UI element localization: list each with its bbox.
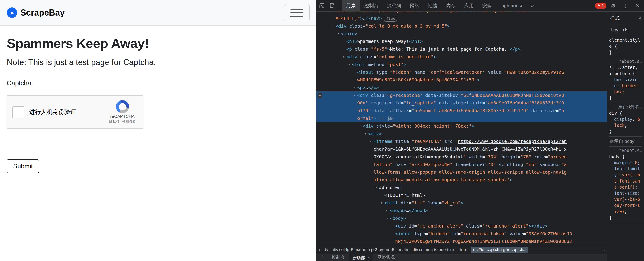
devtools-tab-elements[interactable]: 元素: [342, 0, 360, 11]
dom-tree-line[interactable]: <input type="hidden" name="csrfmiddlewar…: [316, 68, 607, 76]
dom-tree-line[interactable]: ation allow-modals allow-popups-to-escap…: [316, 176, 607, 184]
chevron-down-icon[interactable]: ▾: [380, 199, 384, 207]
chevron-right-icon[interactable]: ▸: [352, 84, 357, 91]
chevron-down-icon[interactable]: ▾: [330, 22, 335, 30]
dom-tree-line[interactable]: ▾<div class="column is-one-third">: [316, 53, 607, 61]
breadcrumb-back-icon[interactable]: ‹: [317, 247, 322, 252]
chevron-down-icon[interactable]: ▾: [358, 122, 362, 130]
dom-tree-line[interactable]: <!DOCTYPE html>: [316, 191, 607, 199]
devtools-tab-console[interactable]: 控制台: [360, 0, 383, 11]
chevron-right-icon[interactable]: ▸: [385, 207, 389, 214]
dom-tree-line[interactable]: ▾<div class="col-lg-8 mx-auto p-3 py-md-…: [316, 22, 607, 30]
chevron-down-icon[interactable]: ▾: [385, 214, 389, 222]
breadcrumb-item[interactable]: div#id_captcha.g-recaptcha: [471, 246, 528, 253]
brand[interactable]: ▶ ScrapeBay: [7, 8, 65, 18]
dom-tree-line[interactable]: <input type="hidden" id="recaptcha-token…: [316, 230, 607, 237]
recaptcha-terms-links[interactable]: 隐私权 - 使用条款: [109, 120, 136, 124]
styles-more-tabs-icon[interactable]: »: [638, 15, 641, 21]
close-icon[interactable]: ×: [368, 255, 370, 260]
dom-tree-line[interactable]: ormal"> == $0: [316, 114, 607, 122]
submit-button[interactable]: Submit: [7, 159, 39, 173]
brand-name[interactable]: ScrapeBay: [20, 8, 65, 18]
dom-tree-line[interactable]: ⋯▾<div class="g-recaptcha" data-sitekey=…: [316, 91, 607, 99]
dom-tree-line[interactable]: ▾<body>: [316, 214, 607, 222]
tab-styles[interactable]: 样式: [610, 15, 620, 21]
css-property[interactable]: font-size: var(--bs-body-font-size);: [609, 190, 642, 215]
stylesheet-origin-link[interactable]: _reboot.s…: [609, 58, 642, 65]
close-devtools-button[interactable]: ✕: [632, 3, 643, 9]
dom-tree-line[interactable]: <h1>Spammers Keep Away!</h1>: [316, 38, 607, 45]
stylesheet-origin-link[interactable]: _reboot.s…: [609, 147, 642, 154]
dom-tree-line[interactable]: tation" name="a-ki40xiqnzb4e" frameborde…: [316, 161, 607, 168]
dom-tree-line[interactable]: ▸<p>…</p>: [316, 84, 607, 91]
breadcrumb-item[interactable]: main: [396, 246, 410, 253]
drawer-menu-icon[interactable]: ⋮: [318, 254, 327, 260]
breadcrumb-forward-icon[interactable]: ›: [602, 247, 606, 252]
css-selector[interactable]: body {: [609, 154, 642, 160]
dom-tree-line[interactable]: ▾<form method="post">: [316, 61, 607, 68]
dom-tree-line[interactable]: OX0GC&size=normal&cb=oogqo5s4utxt" width…: [316, 153, 607, 161]
breadcrumb-item[interactable]: div.col-lg-8.mx-auto.p-3.py-md-5: [330, 246, 396, 253]
attribute-link[interactable]: https://www.google.com/recaptcha/api2/an: [458, 139, 567, 144]
devtools-tab-lighthouse[interactable]: Lighthouse: [496, 0, 528, 11]
toggle-hover-state-button[interactable]: :hov: [610, 27, 618, 32]
css-selector[interactable]: element.style {: [609, 37, 642, 49]
dom-tree-line[interactable]: wM0dJG8W9c5R2XiB0Ki699qKdkgzfBpi8G7SAtSJ…: [316, 76, 607, 84]
dom-tree-line[interactable]: <div id="rc-anchor-alert" class="rc-anch…: [316, 222, 607, 230]
dom-tree-line[interactable]: chor?ar=1&k=6LfGNEoeAAAAALUsU…NvbTo0NDM.…: [316, 145, 607, 153]
settings-button[interactable]: ⚙: [608, 3, 619, 9]
inspect-element-button[interactable]: [316, 0, 327, 11]
device-toolbar-button[interactable]: [327, 0, 338, 11]
attribute-link[interactable]: OX0GC&size=normal&cb=oogqo5s4utxt: [374, 154, 463, 159]
dom-tree-line[interactable]: ▾<div style="width: 304px; height: 78px;…: [316, 122, 607, 130]
chevron-down-icon[interactable]: ▾: [363, 130, 368, 138]
more-tabs-button[interactable]: »: [528, 0, 537, 11]
css-property[interactable]: display: block;: [609, 116, 642, 128]
chevron-down-icon[interactable]: ▾: [342, 53, 346, 61]
drawer-tab-console[interactable]: 控制台: [328, 253, 348, 261]
css-selector[interactable]: div {: [609, 110, 642, 116]
dom-tree-line[interactable]: navbar navbar-expand-lg navbar-light bg-…: [316, 12, 607, 15]
flex-badge[interactable]: flex: [384, 16, 397, 22]
drawer-tab-network-conditions[interactable]: 网络状况: [374, 253, 398, 261]
dom-tree-line[interactable]: ▾<div>: [316, 130, 607, 138]
dom-tree-line[interactable]: nPj4JJROV0LgwFrMZwYZ_rOg6XwsNdT1nWwolZFl…: [316, 237, 607, 245]
error-count-badge[interactable]: ⚑ 1: [595, 3, 606, 9]
toggle-class-button[interactable]: .cls: [622, 27, 628, 32]
recaptcha-checkbox[interactable]: [12, 106, 24, 118]
dom-tree-line[interactable]: <p class="fs-5">Note: This is just a tes…: [316, 45, 607, 53]
css-property[interactable]: margin: 0;: [609, 160, 642, 166]
navbar-toggler-button[interactable]: [284, 4, 310, 22]
breadcrumb-item[interactable]: form: [458, 246, 471, 253]
dom-tree-line[interactable]: 5179" data-callback="onSubmit_ab8d9e976a…: [316, 107, 607, 114]
devtools-tab-sources[interactable]: 源代码: [383, 0, 406, 11]
devtools-tab-performance[interactable]: 性能: [424, 0, 442, 11]
dom-tree-line[interactable]: #F4F4FF;">…</nav>flex: [316, 15, 607, 22]
stylesheet-origin-link[interactable]: 用户代理样…: [609, 104, 642, 110]
chevron-down-icon[interactable]: ▾: [336, 30, 340, 38]
devtools-tab-memory[interactable]: 内存: [442, 0, 460, 11]
dom-tree-line[interactable]: ▸<head>…</head>: [316, 207, 607, 214]
dom-tree-line[interactable]: ▾<html dir="ltr" lang="zh_cn">: [316, 199, 607, 207]
css-selector[interactable]: *, ::after, ::before {: [609, 65, 642, 77]
dom-tree-line[interactable]: llow-forms allow-popups allow-same-origi…: [316, 168, 607, 176]
breadcrumb-item[interactable]: dy: [322, 246, 330, 253]
dom-tree-line[interactable]: ▾<main>: [316, 30, 607, 38]
chevron-down-icon[interactable]: ▾: [352, 91, 357, 99]
attribute-link[interactable]: chor?ar=1&k=6LfGNEoeAAAAALUsU…NvbTo0NDM.…: [374, 146, 567, 152]
dom-tree-line[interactable]: 90n" required id="id_captcha" data-widge…: [316, 99, 607, 107]
drawer-tab-whats-new[interactable]: 新功能×: [349, 253, 373, 261]
dom-tree-line[interactable]: ▾#document: [316, 184, 607, 191]
more-actions-icon[interactable]: ⋯: [318, 93, 322, 98]
devtools-tab-security[interactable]: 安全: [478, 0, 496, 11]
chevron-down-icon[interactable]: ▾: [368, 138, 373, 145]
css-property[interactable]: font-family: var(--bs-font-sans-serif);: [609, 166, 642, 190]
dom-tree-line[interactable]: ▾<iframe title="reCAPTCHA" src="https://…: [316, 138, 607, 145]
css-property[interactable]: box-sizing: border-box;: [609, 77, 642, 95]
breadcrumb-item[interactable]: div.column.is-one-third: [410, 246, 458, 253]
more-options-button[interactable]: ⋮: [620, 3, 631, 9]
devtools-tab-application[interactable]: 应用: [460, 0, 478, 11]
devtools-tab-network[interactable]: 网络: [406, 0, 424, 11]
chevron-down-icon[interactable]: ▾: [347, 61, 352, 68]
chevron-down-icon[interactable]: ▾: [374, 184, 378, 191]
